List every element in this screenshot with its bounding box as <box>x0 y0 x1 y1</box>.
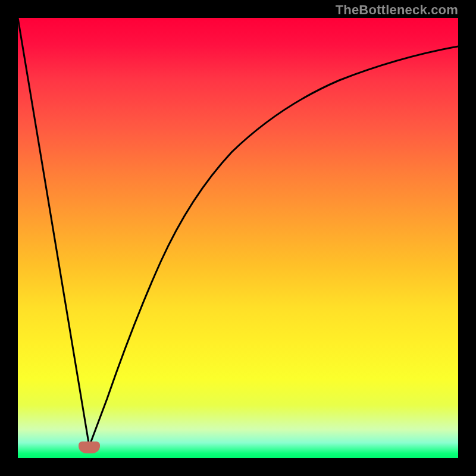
watermark-text: TheBottleneck.com <box>336 2 458 18</box>
curve-svg <box>18 18 458 458</box>
curve-left-limb <box>18 18 89 446</box>
min-marker-icon <box>79 441 100 453</box>
curve-right-limb <box>89 46 458 446</box>
chart-stage: TheBottleneck.com <box>0 0 476 476</box>
plot-area <box>18 18 458 458</box>
